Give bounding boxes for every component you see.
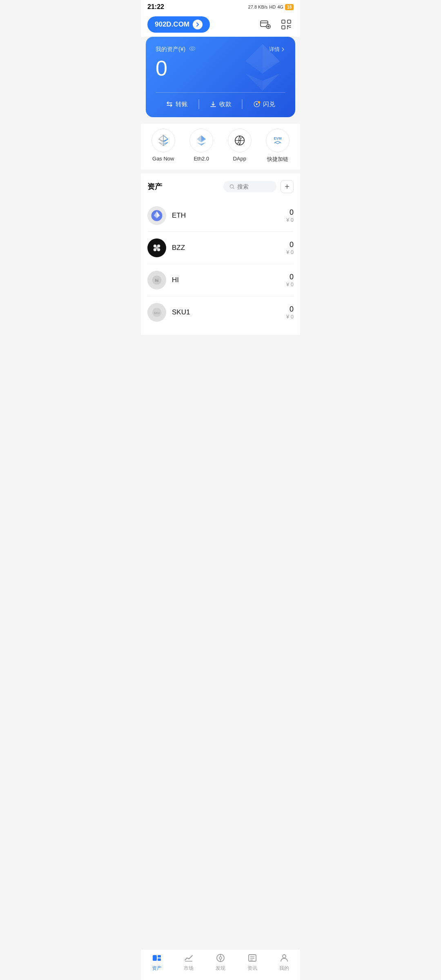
svg-point-42 — [156, 247, 158, 249]
quick-icon-evm[interactable]: EVM 快捷加链 — [266, 129, 290, 163]
top-nav: 902D.COM — [141, 12, 300, 37]
svg-marker-19 — [163, 143, 168, 146]
asset-detail-link[interactable]: 详情 — [269, 46, 285, 53]
search-icon — [229, 184, 235, 189]
svg-marker-18 — [159, 139, 163, 143]
status-bar: 21:22 27.8 KB/s HD 4G 18 — [141, 0, 300, 12]
gas-now-label: Gas Now — [152, 156, 174, 162]
assets-title: 资产 — [147, 182, 162, 192]
flash-exchange-button[interactable]: 闪兑 — [243, 99, 285, 109]
brand-label: 902D.COM — [155, 20, 189, 29]
svg-rect-48 — [158, 955, 161, 958]
tab-market[interactable]: 市场 — [173, 953, 205, 972]
tab-news[interactable]: 资讯 — [236, 953, 268, 972]
svg-marker-17 — [163, 139, 168, 143]
asset-item-eth[interactable]: ETH 0 ¥ 0 — [147, 200, 294, 232]
svg-rect-47 — [153, 955, 157, 961]
assets-section: 资产 + — [141, 174, 300, 335]
gas-now-circle — [151, 129, 175, 152]
flash-label: 闪兑 — [263, 100, 275, 108]
svg-rect-2 — [282, 20, 285, 23]
tab-assets-label: 资产 — [152, 965, 162, 972]
svg-point-59 — [283, 955, 286, 958]
asset-label: 我的资产(¥) — [156, 45, 196, 53]
quick-icons-section: Gas Now Eth2.0 — [141, 124, 300, 169]
receive-label: 收款 — [219, 100, 232, 108]
tab-assets-icon — [151, 953, 162, 963]
sku1-amount: 0 — [286, 305, 294, 314]
bzz-cny: ¥ 0 — [286, 249, 294, 255]
tab-assets[interactable]: 资产 — [141, 953, 173, 972]
evm-label: 快捷加链 — [267, 156, 288, 163]
quick-icon-gas-now[interactable]: Gas Now — [151, 129, 175, 163]
svg-text:EVM: EVM — [274, 137, 282, 141]
quick-icon-dapp[interactable]: DApp — [228, 129, 252, 163]
eth-logo — [147, 206, 166, 225]
eth2-circle — [189, 129, 213, 152]
svg-rect-4 — [282, 26, 285, 29]
tab-mine[interactable]: 我的 — [268, 953, 300, 972]
tab-discover-icon — [215, 953, 226, 963]
brand-button[interactable]: 902D.COM — [147, 16, 210, 33]
svg-point-11 — [189, 47, 195, 51]
eth2-label: Eth2.0 — [194, 156, 209, 162]
search-input[interactable] — [237, 183, 270, 190]
brand-arrow-icon — [193, 20, 203, 29]
evm-circle: EVM — [266, 129, 290, 152]
hi-name: HI — [172, 276, 286, 284]
tab-discover-label: 发现 — [216, 965, 225, 972]
add-wallet-button[interactable] — [258, 17, 272, 32]
tab-market-icon — [183, 953, 194, 963]
tab-mine-label: 我的 — [279, 965, 289, 972]
tab-discover[interactable]: 发现 — [205, 953, 236, 972]
svg-marker-10 — [245, 74, 263, 91]
scan-button[interactable] — [279, 17, 294, 32]
eth-name: ETH — [172, 212, 286, 220]
asset-item-hi[interactable]: hi HI 0 ¥ 0 — [147, 264, 294, 296]
receive-button[interactable]: 收款 — [199, 99, 243, 109]
svg-rect-3 — [287, 20, 291, 23]
tab-market-label: 市场 — [184, 965, 194, 972]
bzz-name: BZZ — [172, 244, 286, 252]
asset-actions: 转账 收款 闪兑 — [156, 92, 285, 109]
sku1-logo: SKU — [147, 303, 166, 322]
asset-label-text: 我的资产(¥) — [156, 46, 185, 53]
status-icons: 27.8 KB/s HD 4G 18 — [248, 4, 294, 10]
add-asset-button[interactable]: + — [281, 180, 294, 193]
hi-amount: 0 — [286, 273, 294, 281]
svg-rect-49 — [158, 958, 161, 961]
tab-news-label: 资讯 — [247, 965, 257, 972]
transfer-button[interactable]: 转账 — [156, 99, 199, 109]
dapp-label: DApp — [233, 156, 246, 162]
svg-point-52 — [219, 957, 222, 959]
quick-icon-eth2[interactable]: Eth2.0 — [189, 129, 213, 163]
asset-card: 我的资产(¥) 详情 0 转账 — [146, 37, 295, 117]
svg-marker-25 — [201, 143, 206, 146]
svg-text:SKU: SKU — [154, 312, 160, 314]
signal-indicator: 4G — [277, 4, 283, 9]
sku1-name: SKU1 — [172, 308, 286, 316]
eth-values: 0 ¥ 0 — [286, 208, 294, 223]
tab-news-icon — [247, 953, 258, 963]
assets-search-row: + — [223, 180, 294, 193]
asset-item-bzz[interactable]: BZZ 0 ¥ 0 — [147, 232, 294, 264]
status-time: 21:22 — [147, 3, 164, 11]
assets-header: 资产 + — [147, 180, 294, 193]
bzz-values: 0 ¥ 0 — [286, 241, 294, 255]
svg-marker-26 — [197, 143, 201, 146]
eth-cny: ¥ 0 — [286, 217, 294, 223]
tab-mine-icon — [279, 953, 290, 963]
asset-item-sku1[interactable]: SKU SKU1 0 ¥ 0 — [147, 296, 294, 328]
search-box[interactable] — [223, 181, 276, 192]
svg-point-12 — [192, 48, 194, 50]
svg-text:hi: hi — [155, 278, 159, 283]
dapp-circle — [228, 129, 252, 152]
svg-marker-9 — [263, 74, 280, 91]
eth-amount: 0 — [286, 208, 294, 217]
battery-indicator: 18 — [285, 4, 294, 10]
bzz-amount: 0 — [286, 241, 294, 249]
eye-icon[interactable] — [189, 45, 196, 53]
svg-marker-20 — [159, 143, 163, 146]
hi-logo: hi — [147, 271, 166, 290]
bzz-logo — [147, 238, 166, 257]
